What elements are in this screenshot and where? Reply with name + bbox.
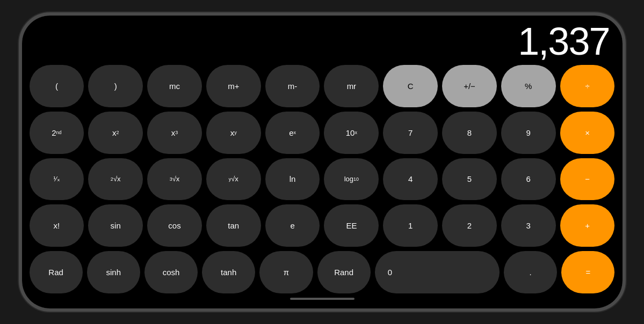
e-button[interactable]: e [265,204,320,247]
10-x-button[interactable]: 10x [324,112,379,154]
multiply-button[interactable]: × [560,112,615,154]
tanh-button[interactable]: tanh [202,251,255,293]
m-minus-button[interactable]: m- [265,65,320,107]
buttons-area: ( ) mc m+ m- mr C +/− % ÷ 2nd x2 x3 xy e… [30,65,615,293]
plus-minus-button[interactable]: +/− [442,65,497,107]
mc-button[interactable]: mc [147,65,202,107]
volume-up-button[interactable] [19,80,19,99]
one-button[interactable]: 1 [383,204,438,247]
x-factorial-button[interactable]: x! [30,204,84,247]
button-row-4: Rad sinh cosh tanh π Rand 0 . = [30,251,615,293]
e-x-button[interactable]: ex [265,112,320,154]
rad-button[interactable]: Rad [30,251,83,293]
sinh-button[interactable]: sinh [87,251,140,293]
2nd-button[interactable]: 2nd [30,112,84,154]
zero-button[interactable]: 0 [375,251,500,293]
one-over-x-button[interactable]: ¹⁄ₓ [30,158,84,201]
volume-down-button[interactable] [19,104,19,123]
clear-button[interactable]: C [383,65,438,107]
nine-button[interactable]: 9 [501,112,556,154]
rand-button[interactable]: Rand [317,251,371,293]
x-cubed-button[interactable]: x3 [147,112,202,154]
add-button[interactable]: + [560,204,615,247]
ee-button[interactable]: EE [324,204,379,247]
cosh-button[interactable]: cosh [144,251,198,293]
ln-button[interactable]: ln [265,158,320,201]
cube-root-button[interactable]: 3√x [147,158,202,201]
paren-open-button[interactable]: ( [30,65,84,107]
seven-button[interactable]: 7 [383,112,438,154]
button-row-0: ( ) mc m+ m- mr C +/− % ÷ [30,65,615,107]
divide-button[interactable]: ÷ [560,65,615,107]
sin-button[interactable]: sin [88,204,143,247]
button-row-3: x! sin cos tan e EE 1 2 3 + [30,204,615,247]
y-root-button[interactable]: y√x [206,158,261,201]
button-row-2: ¹⁄ₓ 2√x 3√x y√x ln log10 4 5 6 − [30,158,615,201]
display-value: 1,337 [518,22,609,61]
mr-button[interactable]: mr [324,65,379,107]
pi-button[interactable]: π [259,251,313,293]
decimal-button[interactable]: . [504,251,557,293]
x-squared-button[interactable]: x2 [88,112,143,154]
eight-button[interactable]: 8 [442,112,497,154]
six-button[interactable]: 6 [501,158,556,201]
equals-button[interactable]: = [561,251,614,293]
calculator: 1,337 ( ) mc m+ m- mr C +/− % ÷ 2nd x2 x… [22,16,623,308]
subtract-button[interactable]: − [560,158,615,201]
tan-button[interactable]: tan [206,204,261,247]
percent-button[interactable]: % [501,65,556,107]
power-button[interactable] [625,91,626,123]
three-button[interactable]: 3 [501,204,556,247]
button-row-1: 2nd x2 x3 xy ex 10x 7 8 9 × [30,112,615,154]
x-y-button[interactable]: xy [206,112,261,154]
log10-button[interactable]: log10 [324,158,379,201]
two-button[interactable]: 2 [442,204,497,247]
paren-close-button[interactable]: ) [88,65,143,107]
cos-button[interactable]: cos [147,204,202,247]
home-bar [290,298,354,300]
display: 1,337 [30,22,615,65]
m-plus-button[interactable]: m+ [206,65,261,107]
home-indicator [30,293,615,304]
four-button[interactable]: 4 [383,158,438,201]
five-button[interactable]: 5 [442,158,497,201]
sq-root-button[interactable]: 2√x [88,158,143,201]
phone-frame: 1,337 ( ) mc m+ m- mr C +/− % ÷ 2nd x2 x… [19,12,626,312]
